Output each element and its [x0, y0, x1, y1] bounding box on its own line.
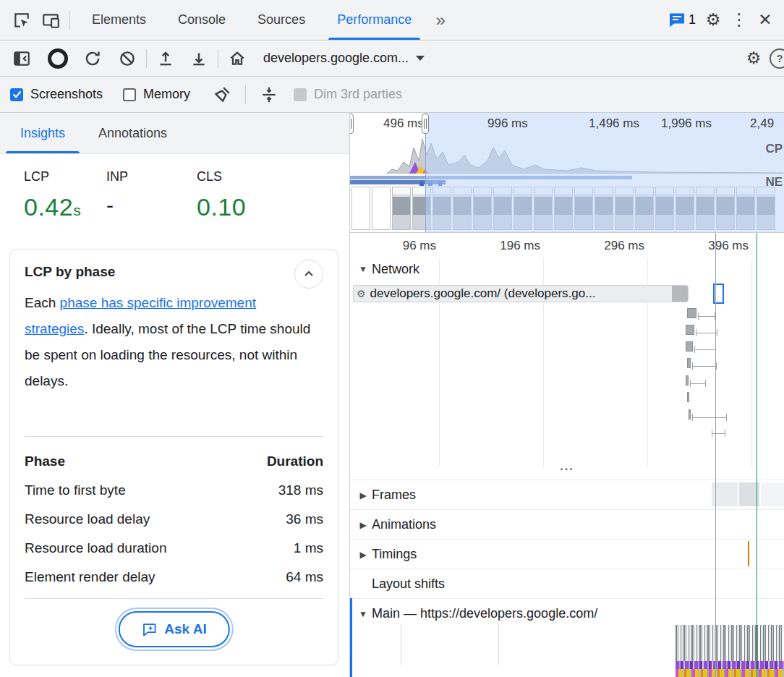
timeline-panel: 496 ms 996 ms 1,496 ms 1,996 ms 2,49: [350, 113, 784, 677]
tab-console[interactable]: Console: [162, 0, 242, 40]
selection-right-handle[interactable]: [422, 114, 429, 134]
track-animations[interactable]: ▶ Animations: [350, 509, 784, 540]
network-request-bar[interactable]: [686, 375, 689, 386]
settings-button[interactable]: ⚙: [700, 7, 726, 33]
message-count-badge: 1: [689, 12, 696, 27]
dim-3rd-parties-label: Dim 3rd parties: [314, 87, 402, 102]
network-request-whisker[interactable]: [698, 312, 715, 320]
screenshot-thumbnail[interactable]: [372, 187, 391, 230]
net-track-label: NE: [765, 175, 783, 190]
screenshot-thumbnail[interactable]: [392, 187, 411, 230]
chevron-up-icon: [303, 268, 315, 280]
metric-value: -: [106, 193, 128, 218]
overview-time-label: 996 ms: [487, 116, 528, 131]
network-resize-handle[interactable]: ...: [350, 460, 784, 476]
tab-sources[interactable]: Sources: [242, 0, 321, 40]
selection-left-handle[interactable]: [350, 114, 354, 134]
more-tabs-button[interactable]: »: [427, 7, 453, 33]
tab-performance[interactable]: Performance: [321, 0, 427, 40]
metric-label: INP: [106, 169, 128, 184]
help-button[interactable]: ?: [767, 46, 784, 72]
frame-thumbnail[interactable]: [761, 482, 784, 506]
toggle-sidebar-button[interactable]: [9, 46, 35, 72]
tab-elements[interactable]: Elements: [76, 0, 162, 40]
network-request-bar[interactable]: [686, 325, 694, 335]
network-request-bar[interactable]: [687, 358, 691, 368]
record-and-reload-button[interactable]: [80, 46, 106, 72]
main-flame-chart[interactable]: [676, 625, 784, 661]
load-profile-button[interactable]: [153, 46, 179, 72]
panel-left-icon: [12, 49, 31, 68]
metric-label: CLS: [197, 169, 246, 184]
metric-unit: s: [73, 202, 81, 218]
tab-insights[interactable]: Insights: [6, 113, 80, 153]
track-layout-shifts[interactable]: Layout shifts: [350, 569, 784, 599]
more-options-button[interactable]: ⋮: [726, 7, 752, 33]
upload-icon: [156, 49, 175, 68]
tab-label: Performance: [337, 12, 412, 27]
divider: [245, 85, 246, 104]
metric-cls: CLS 0.10: [197, 169, 246, 221]
target-select[interactable]: developers.google.com...: [263, 51, 425, 66]
network-request-whisker[interactable]: [712, 430, 725, 437]
tab-label: Annotations: [98, 126, 167, 141]
performance-toolbar: developers.google.com... ⚙ ?: [0, 41, 784, 77]
phase-name: Time to first byte: [25, 482, 126, 498]
overview-time-label: 2,49: [750, 116, 774, 131]
collapse-tracks-button[interactable]: [256, 82, 282, 108]
inspect-element-button[interactable]: [9, 7, 35, 33]
ask-ai-label: Ask AI: [164, 621, 206, 637]
live-metrics-button[interactable]: [224, 46, 250, 72]
tab-annotations[interactable]: Annotations: [84, 113, 182, 153]
screenshots-checkbox[interactable]: [10, 88, 23, 101]
dim-3rd-parties-checkbox[interactable]: [294, 88, 307, 101]
screenshot-thumbnail[interactable]: [351, 187, 370, 230]
collapse-card-button[interactable]: [294, 260, 323, 289]
toggle-device-toolbar-button[interactable]: [38, 7, 64, 33]
clear-recording-button[interactable]: [114, 46, 140, 72]
memory-checkbox[interactable]: [123, 88, 136, 101]
network-request-whisker[interactable]: [694, 346, 716, 353]
network-request-whisker[interactable]: [696, 329, 717, 336]
device-toolbar-icon: [41, 11, 60, 30]
network-request-bar[interactable]: [687, 392, 689, 402]
ask-ai-button[interactable]: Ask AI: [118, 611, 229, 647]
screenshots-label: Screenshots: [30, 87, 103, 102]
tab-label: Insights: [20, 126, 65, 141]
timeline-overview[interactable]: 496 ms 996 ms 1,496 ms 1,996 ms 2,49: [350, 113, 784, 233]
main-flame-chart-rendering[interactable]: [676, 669, 784, 677]
description-text: Each: [25, 295, 60, 310]
close-devtools-button[interactable]: ✕: [752, 7, 778, 33]
performance-content: Insights Annotations LCP 0.42s INP - CLS…: [0, 113, 784, 677]
track-main[interactable]: ▼ Main — https://developers.google.com/: [350, 598, 784, 629]
network-request-bar[interactable]: [687, 308, 696, 318]
gear-icon: ⚙: [746, 50, 762, 67]
main-flame-chart-scripting[interactable]: [676, 661, 784, 669]
phase-name: Resource load duration: [25, 540, 166, 556]
network-request-bar[interactable]: [689, 409, 691, 420]
metric-value: 0.10: [197, 193, 246, 221]
capture-settings-button[interactable]: ⚙: [741, 46, 767, 72]
selected-track-indicator: [350, 598, 352, 677]
messages-button[interactable]: 1: [664, 7, 700, 33]
table-row: Resource load duration 1 ms: [25, 540, 323, 556]
network-request-whisker[interactable]: [692, 362, 717, 370]
tab-label: Console: [178, 12, 226, 27]
help-icon: ?: [770, 48, 784, 69]
collapse-vertical-icon: [260, 85, 278, 104]
save-profile-button[interactable]: [186, 46, 212, 72]
network-request-whisker[interactable]: [690, 380, 706, 387]
grid-line: [401, 623, 401, 665]
gear-icon: ⚙: [706, 12, 721, 28]
card-description: Each phase has specific improvement stra…: [25, 290, 321, 394]
metric-number: -: [106, 193, 114, 217]
track-timings[interactable]: ▶ Timings: [350, 539, 784, 569]
timing-marker[interactable]: [748, 541, 749, 566]
capture-options-toolbar: Screenshots Memory Dim 3rd parties: [0, 77, 784, 113]
record-button[interactable]: [45, 46, 71, 72]
network-request-bar[interactable]: [686, 341, 693, 352]
garbage-collect-button[interactable]: [209, 82, 235, 108]
overview-time-label: 1,496 ms: [589, 116, 639, 131]
network-request-whisker[interactable]: [692, 414, 727, 421]
download-icon: [189, 49, 208, 68]
